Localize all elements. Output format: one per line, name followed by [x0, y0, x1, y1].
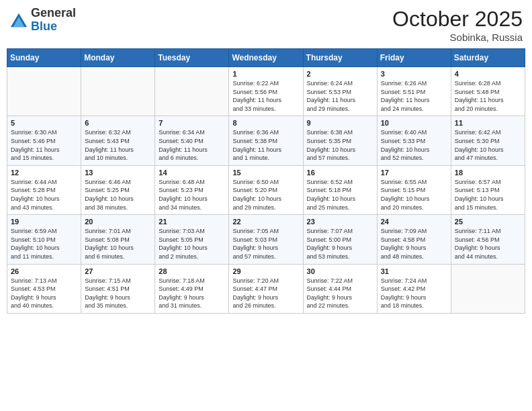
calendar-day-cell [81, 67, 155, 116]
calendar-day-cell: 17Sunrise: 6:55 AM Sunset: 5:15 PM Dayli… [377, 165, 451, 214]
calendar-week-row: 19Sunrise: 6:59 AM Sunset: 5:10 PM Dayli… [7, 215, 525, 264]
day-header-friday: Friday [377, 49, 451, 67]
day-number: 8 [232, 119, 299, 127]
day-info: Sunrise: 6:38 AM Sunset: 5:35 PM Dayligh… [307, 128, 373, 162]
day-info: Sunrise: 6:34 AM Sunset: 5:40 PM Dayligh… [159, 128, 225, 162]
day-info: Sunrise: 6:26 AM Sunset: 5:51 PM Dayligh… [381, 79, 447, 113]
day-number: 1 [232, 70, 299, 78]
day-number: 27 [85, 267, 151, 275]
calendar-day-cell: 19Sunrise: 6:59 AM Sunset: 5:10 PM Dayli… [7, 215, 81, 264]
day-info: Sunrise: 7:18 AM Sunset: 4:49 PM Dayligh… [159, 277, 225, 310]
day-info: Sunrise: 7:01 AM Sunset: 5:08 PM Dayligh… [85, 227, 151, 261]
calendar-day-cell: 11Sunrise: 6:42 AM Sunset: 5:30 PM Dayli… [451, 116, 525, 165]
logo-icon [9, 11, 28, 30]
calendar-day-cell: 3Sunrise: 6:26 AM Sunset: 5:51 PM Daylig… [377, 67, 451, 116]
title-block: October 2025 Sobinka, Russia [392, 7, 523, 43]
day-number: 28 [159, 267, 225, 275]
day-info: Sunrise: 7:07 AM Sunset: 5:00 PM Dayligh… [307, 227, 373, 261]
day-info: Sunrise: 6:28 AM Sunset: 5:48 PM Dayligh… [455, 79, 521, 113]
day-number: 4 [455, 70, 521, 78]
day-number: 25 [455, 218, 521, 226]
day-number: 21 [159, 218, 225, 226]
day-number: 24 [381, 218, 447, 226]
day-info: Sunrise: 6:22 AM Sunset: 5:56 PM Dayligh… [232, 79, 299, 113]
day-info: Sunrise: 7:13 AM Sunset: 4:53 PM Dayligh… [11, 277, 77, 310]
day-number: 15 [232, 169, 299, 177]
day-info: Sunrise: 6:59 AM Sunset: 5:10 PM Dayligh… [11, 227, 77, 261]
calendar-day-cell: 6Sunrise: 6:32 AM Sunset: 5:43 PM Daylig… [81, 116, 155, 165]
logo-text: General Blue [31, 7, 76, 34]
day-number: 9 [307, 119, 373, 127]
day-number: 18 [455, 169, 521, 177]
day-number: 13 [85, 169, 151, 177]
calendar-day-cell: 21Sunrise: 7:03 AM Sunset: 5:05 PM Dayli… [155, 215, 229, 264]
day-number: 12 [11, 169, 77, 177]
day-number: 30 [307, 267, 373, 275]
calendar-week-row: 26Sunrise: 7:13 AM Sunset: 4:53 PM Dayli… [7, 264, 525, 313]
day-number: 2 [307, 70, 373, 78]
calendar-day-cell: 2Sunrise: 6:24 AM Sunset: 5:53 PM Daylig… [303, 67, 377, 116]
calendar-week-row: 5Sunrise: 6:30 AM Sunset: 5:46 PM Daylig… [7, 116, 525, 165]
calendar-day-cell: 22Sunrise: 7:05 AM Sunset: 5:03 PM Dayli… [229, 215, 303, 264]
calendar-day-cell: 12Sunrise: 6:44 AM Sunset: 5:28 PM Dayli… [7, 165, 81, 214]
calendar-day-cell: 26Sunrise: 7:13 AM Sunset: 4:53 PM Dayli… [7, 264, 81, 313]
day-info: Sunrise: 6:52 AM Sunset: 5:18 PM Dayligh… [307, 178, 373, 212]
month-title: October 2025 [392, 7, 523, 32]
day-info: Sunrise: 6:44 AM Sunset: 5:28 PM Dayligh… [11, 178, 77, 212]
day-number: 31 [381, 267, 447, 275]
day-info: Sunrise: 6:40 AM Sunset: 5:33 PM Dayligh… [381, 128, 447, 162]
calendar-day-cell: 14Sunrise: 6:48 AM Sunset: 5:23 PM Dayli… [155, 165, 229, 214]
day-header-sunday: Sunday [7, 49, 81, 67]
calendar-day-cell: 20Sunrise: 7:01 AM Sunset: 5:08 PM Dayli… [81, 215, 155, 264]
day-info: Sunrise: 7:11 AM Sunset: 4:56 PM Dayligh… [455, 227, 521, 261]
day-info: Sunrise: 6:32 AM Sunset: 5:43 PM Dayligh… [85, 128, 151, 162]
calendar-day-cell: 16Sunrise: 6:52 AM Sunset: 5:18 PM Dayli… [303, 165, 377, 214]
calendar-table: SundayMondayTuesdayWednesdayThursdayFrid… [7, 48, 525, 314]
day-number: 23 [307, 218, 373, 226]
logo-general: General [31, 6, 76, 19]
calendar-day-cell: 31Sunrise: 7:24 AM Sunset: 4:42 PM Dayli… [377, 264, 451, 313]
day-number: 22 [232, 218, 299, 226]
day-number: 10 [381, 119, 447, 127]
calendar-header-row: SundayMondayTuesdayWednesdayThursdayFrid… [7, 49, 525, 67]
calendar-day-cell: 5Sunrise: 6:30 AM Sunset: 5:46 PM Daylig… [7, 116, 81, 165]
location: Sobinka, Russia [392, 32, 523, 43]
calendar-day-cell: 10Sunrise: 6:40 AM Sunset: 5:33 PM Dayli… [377, 116, 451, 165]
day-info: Sunrise: 6:50 AM Sunset: 5:20 PM Dayligh… [232, 178, 299, 212]
calendar-day-cell: 13Sunrise: 6:46 AM Sunset: 5:25 PM Dayli… [81, 165, 155, 214]
day-header-saturday: Saturday [451, 49, 525, 67]
day-header-thursday: Thursday [303, 49, 377, 67]
calendar-day-cell: 24Sunrise: 7:09 AM Sunset: 4:58 PM Dayli… [377, 215, 451, 264]
day-info: Sunrise: 7:24 AM Sunset: 4:42 PM Dayligh… [381, 277, 447, 310]
day-info: Sunrise: 7:09 AM Sunset: 4:58 PM Dayligh… [381, 227, 447, 261]
calendar-day-cell: 27Sunrise: 7:15 AM Sunset: 4:51 PM Dayli… [81, 264, 155, 313]
calendar-day-cell: 18Sunrise: 6:57 AM Sunset: 5:13 PM Dayli… [451, 165, 525, 214]
day-number: 11 [455, 119, 521, 127]
page-header: General Blue October 2025 Sobinka, Russi… [7, 7, 525, 43]
day-header-tuesday: Tuesday [155, 49, 229, 67]
day-header-monday: Monday [81, 49, 155, 67]
day-info: Sunrise: 6:55 AM Sunset: 5:15 PM Dayligh… [381, 178, 447, 212]
day-number: 14 [159, 169, 225, 177]
calendar-week-row: 12Sunrise: 6:44 AM Sunset: 5:28 PM Dayli… [7, 165, 525, 214]
logo: General Blue [9, 7, 76, 34]
day-info: Sunrise: 6:24 AM Sunset: 5:53 PM Dayligh… [307, 79, 373, 113]
day-info: Sunrise: 7:03 AM Sunset: 5:05 PM Dayligh… [159, 227, 225, 261]
day-info: Sunrise: 7:05 AM Sunset: 5:03 PM Dayligh… [232, 227, 299, 261]
day-number: 3 [381, 70, 447, 78]
calendar-day-cell: 25Sunrise: 7:11 AM Sunset: 4:56 PM Dayli… [451, 215, 525, 264]
calendar-day-cell: 4Sunrise: 6:28 AM Sunset: 5:48 PM Daylig… [451, 67, 525, 116]
calendar-day-cell [7, 67, 81, 116]
day-number: 5 [11, 119, 77, 127]
calendar-day-cell: 23Sunrise: 7:07 AM Sunset: 5:00 PM Dayli… [303, 215, 377, 264]
calendar-day-cell: 1Sunrise: 6:22 AM Sunset: 5:56 PM Daylig… [229, 67, 303, 116]
calendar-week-row: 1Sunrise: 6:22 AM Sunset: 5:56 PM Daylig… [7, 67, 525, 116]
logo-blue: Blue [31, 19, 57, 33]
calendar-day-cell: 8Sunrise: 6:36 AM Sunset: 5:38 PM Daylig… [229, 116, 303, 165]
day-info: Sunrise: 7:15 AM Sunset: 4:51 PM Dayligh… [85, 277, 151, 310]
day-info: Sunrise: 6:36 AM Sunset: 5:38 PM Dayligh… [232, 128, 299, 162]
day-header-wednesday: Wednesday [229, 49, 303, 67]
calendar-day-cell: 7Sunrise: 6:34 AM Sunset: 5:40 PM Daylig… [155, 116, 229, 165]
calendar-day-cell [155, 67, 229, 116]
day-number: 20 [85, 218, 151, 226]
